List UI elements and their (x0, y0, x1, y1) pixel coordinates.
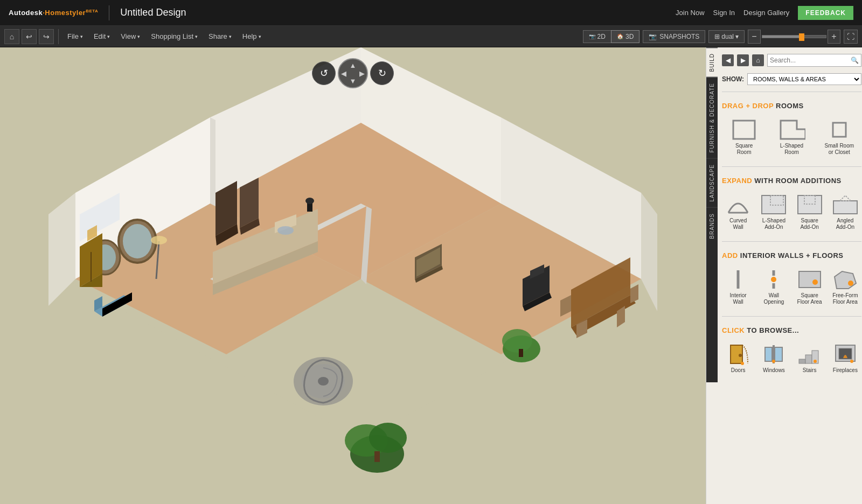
orbit-left-button[interactable]: ↺ (312, 61, 336, 85)
l-shaped-addon-item[interactable]: L-ShapedAdd-On (757, 191, 790, 233)
square-room-item[interactable]: SquareRoom (722, 116, 766, 158)
free-form-floor-item[interactable]: Free-FormFloor Area (829, 266, 861, 307)
rooms-grid: SquareRoom L-ShapedRoom (722, 116, 861, 158)
windows-item[interactable]: Windows (757, 341, 790, 376)
doors-label: Doors (731, 367, 746, 374)
file-dropdown-arrow: ▾ (80, 34, 83, 39)
svg-rect-85 (799, 359, 805, 363)
shopping-dropdown-arrow: ▾ (195, 34, 198, 39)
orbit-right-button[interactable]: ↻ (370, 61, 394, 85)
pan-left-arrow[interactable]: ◀ (341, 69, 346, 78)
svg-rect-37 (374, 451, 380, 462)
drag-drop-rooms-title: DRAG + DROP ROOMS (722, 102, 861, 110)
square-addon-icon (796, 193, 824, 216)
floor-plan-canvas (0, 47, 706, 504)
help-menu[interactable]: Help ▾ (238, 30, 266, 43)
build-tab[interactable]: BUILD (706, 47, 718, 77)
square-room-label: SquareRoom (735, 143, 753, 156)
stairs-icon (796, 343, 824, 366)
zoom-slider-thumb[interactable] (799, 33, 804, 41)
share-menu[interactable]: Share ▾ (204, 30, 236, 43)
3d-view-area[interactable]: ↺ ▲ ▼ ◀ ▶ ↻ (0, 47, 706, 504)
panel-divider-4 (722, 316, 861, 317)
doors-item[interactable]: Doors (722, 341, 754, 376)
help-dropdown-arrow: ▾ (259, 34, 261, 39)
svg-rect-62 (833, 123, 846, 137)
square-addon-item[interactable]: SquareAdd-On (794, 191, 826, 233)
view-3d-button[interactable]: 🏠 3D (611, 30, 639, 43)
zoom-slider-track[interactable] (762, 35, 826, 38)
pan-up-arrow[interactable]: ▲ (350, 61, 357, 69)
expand-rooms-title: EXPAND WITH ROOM ADDITIONS (722, 177, 861, 185)
search-icon[interactable]: 🔍 (851, 57, 859, 64)
interior-wall-icon (724, 268, 752, 291)
panel-divider-2 (722, 166, 861, 167)
wall-opening-label: WallOpening (763, 292, 784, 305)
brands-tab[interactable]: BRANDS (706, 207, 718, 244)
svg-point-33 (318, 377, 329, 386)
pan-right-arrow[interactable]: ▶ (359, 69, 365, 78)
view-menu[interactable]: View ▾ (116, 30, 144, 43)
l-shaped-addon-icon (760, 193, 788, 216)
zoom-plus-button[interactable]: + (828, 30, 840, 44)
curved-wall-icon (724, 193, 752, 216)
dual-view-button[interactable]: ⊞ dual ▾ (708, 30, 745, 43)
fireplaces-item[interactable]: Fireplaces (829, 341, 861, 376)
panel-search-field[interactable]: 🔍 (767, 54, 861, 67)
panel-back-button[interactable]: ◀ (722, 54, 734, 66)
home-button[interactable]: ⌂ (4, 29, 19, 44)
small-room-item[interactable]: Small Roomor Closet (817, 116, 861, 158)
wall-opening-item[interactable]: WallOpening (757, 266, 790, 307)
join-now-link[interactable]: Join Now (676, 9, 704, 17)
svg-point-79 (739, 354, 742, 357)
design-gallery-link[interactable]: Design Gallery (743, 9, 789, 17)
l-shaped-room-item[interactable]: L-ShapedRoom (769, 116, 814, 158)
fullscreen-button[interactable]: ⛶ (844, 30, 858, 44)
vertical-tabs: BUILD FURNISH & DECORATE LANDSCAPE BRAND… (706, 47, 718, 382)
fireplaces-icon (831, 343, 859, 366)
pan-control[interactable]: ▲ ▼ ◀ ▶ (338, 58, 368, 88)
zoom-minus-button[interactable]: − (748, 30, 761, 44)
svg-rect-60 (733, 121, 755, 139)
interior-wall-item[interactable]: InteriorWall (722, 266, 754, 307)
sign-in-link[interactable]: Sign In (713, 9, 735, 17)
panel-home-button[interactable]: ⌂ (752, 54, 764, 66)
snapshots-button[interactable]: 📷 SNAPSHOTS (643, 30, 705, 43)
panel-top: ◀ ▶ ⌂ 🔍 (722, 52, 861, 69)
panel-forward-button[interactable]: ▶ (737, 54, 749, 66)
svg-point-30 (277, 226, 294, 235)
view-2d-button[interactable]: 📷 2D (583, 30, 611, 43)
curved-wall-item[interactable]: Curved Wall (722, 191, 754, 233)
autodesk-logo: Autodesk·HomestylerBETA (9, 9, 98, 17)
design-title: Untitled Design (120, 7, 186, 18)
file-menu[interactable]: File ▾ (63, 30, 87, 43)
l-shaped-addon-label: L-ShapedAdd-On (762, 218, 785, 230)
toolbar: ⌂ ↩ ↪ File ▾ Edit ▾ View ▾ Shopping List… (0, 26, 862, 47)
svg-marker-9 (641, 193, 657, 311)
square-floor-area-item[interactable]: SquareFloor Area (794, 266, 826, 307)
pan-down-arrow[interactable]: ▼ (350, 77, 357, 85)
svg-point-16 (123, 224, 152, 258)
edit-menu[interactable]: Edit ▾ (89, 30, 114, 43)
show-row: SHOW: ROOMS, WALLS & AREAS ALL ROOMS ONL… (722, 73, 861, 85)
angled-addon-item[interactable]: AngledAdd-On (829, 191, 861, 233)
square-addon-label: SquareAdd-On (800, 218, 818, 230)
search-input[interactable] (770, 57, 851, 64)
svg-rect-86 (805, 355, 812, 363)
panel-divider-1 (722, 92, 861, 92)
undo-button[interactable]: ↩ (22, 29, 37, 44)
room-additions-grid: Curved Wall L-ShapedAdd-On (722, 191, 861, 233)
svg-point-54 (305, 198, 314, 204)
zoom-slider-fill (762, 36, 801, 38)
redo-button[interactable]: ↪ (39, 29, 54, 44)
shopping-list-menu[interactable]: Shopping List ▾ (147, 30, 202, 43)
feedback-button[interactable]: FEEDBACK (798, 6, 853, 20)
square-room-icon (730, 118, 758, 141)
svg-marker-76 (835, 271, 856, 289)
show-dropdown[interactable]: ROOMS, WALLS & AREAS ALL ROOMS ONLY (747, 73, 861, 85)
landscape-tab[interactable]: LANDSCAPE (706, 158, 718, 207)
furnish-decorate-tab[interactable]: FURNISH & DECORATE (706, 77, 718, 158)
angled-addon-icon (831, 193, 859, 216)
stairs-item[interactable]: Stairs (794, 341, 826, 376)
interior-wall-label: InteriorWall (730, 292, 747, 305)
